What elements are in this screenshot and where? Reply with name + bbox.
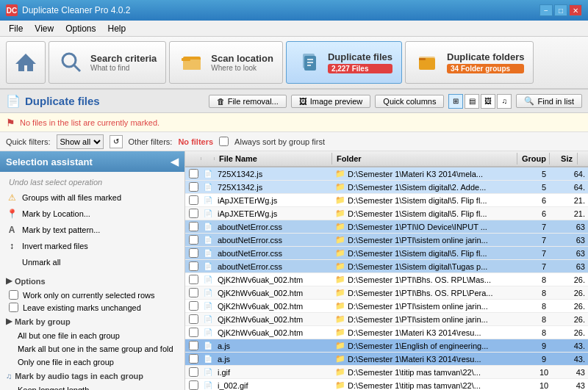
folder-icon: 📁 <box>335 341 345 350</box>
folder-icon: 📁 <box>335 380 345 390</box>
file-type-icon: 📄 <box>201 381 215 389</box>
table-row[interactable]: 📄 i_002.gif 📁 D:\Semester 1\titip mas ta… <box>185 379 588 390</box>
scan-location-sub: Where to look <box>211 64 273 72</box>
menu-options[interactable]: Options <box>60 22 101 35</box>
qc-icon-image[interactable]: 🖼 <box>481 94 495 109</box>
row-checkbox-cell <box>185 209 201 218</box>
sidebar-item-longest[interactable]: Keep longest length <box>0 383 184 390</box>
col-header-folder[interactable]: Folder <box>332 153 517 165</box>
table-row[interactable]: 📄 iApJXETErWg.js 📁 D:\Semester 1\Sistem … <box>185 194 588 207</box>
table-row[interactable]: 📄 aboutNetError.css 📁 D:\Semester 1\Sist… <box>185 260 588 273</box>
size-cell: 64. <box>560 183 588 192</box>
sidebar-item-mark-location[interactable]: 📍 Mark by Location... <box>0 206 184 222</box>
col-header-name[interactable]: File Name <box>215 153 332 165</box>
row-checkbox[interactable] <box>189 354 198 364</box>
close-button[interactable]: ✕ <box>569 4 582 16</box>
folder-cell: 📁 D:\Semester 1\English of engineering..… <box>332 341 528 350</box>
col-header-group[interactable]: Group <box>517 153 550 165</box>
row-checkbox[interactable] <box>189 301 198 311</box>
table-row[interactable]: 📄 725X1342.js 📁 D:\Semester 1\Sistem dig… <box>185 181 588 194</box>
sidebar-item-unmark-all[interactable]: Unmark all <box>0 254 184 270</box>
file-removal-button[interactable]: 🗑 File removal... <box>209 95 287 108</box>
row-checkbox[interactable] <box>189 328 198 337</box>
sidebar-item-only-one[interactable]: Only one file in each group <box>0 355 184 369</box>
sidebar-item-mark-text[interactable]: A Mark by text pattern... <box>0 222 184 238</box>
qc-icon-grid[interactable]: ⊞ <box>448 94 463 109</box>
existing-marks-checkbox[interactable] <box>9 303 18 312</box>
group-cell: 8 <box>528 289 560 297</box>
selected-rows-checkbox[interactable] <box>9 290 18 300</box>
table-row[interactable]: 📄 QjK2hWv6uak_002.htm 📁 D:\Semester 1\Ma… <box>185 326 588 339</box>
table-row[interactable]: 📄 QjK2hWv6uak_002.htm 📁 D:\Semester 1\PT… <box>185 300 588 313</box>
row-checkbox[interactable] <box>189 195 198 205</box>
sidebar-item-invert[interactable]: ↕ Invert marked files <box>0 238 184 254</box>
sidebar-checkbox-existing-marks[interactable]: Leave existing marks unchanged <box>0 301 184 314</box>
sidebar-checkbox-selected-rows[interactable]: Work only on currently selected rows <box>0 289 184 301</box>
folder-icon: 📁 <box>335 288 345 297</box>
table-row[interactable]: 📄 aboutNetError.css 📁 D:\Semester 1\PTI\… <box>185 234 588 247</box>
table-row[interactable]: 📄 725X1342.js 📁 D:\Semester 1\Materi K3 … <box>185 167 588 181</box>
col-header-size[interactable]: Siz <box>550 153 578 165</box>
toolbar-duplicate-folders[interactable]: Duplicate folders 34 Folder groups <box>405 41 534 84</box>
file-name-cell: iApJXETErWg.js <box>215 209 332 218</box>
row-checkbox[interactable] <box>189 341 198 350</box>
menu-file[interactable]: File <box>3 22 29 35</box>
filter-refresh-button[interactable]: ↺ <box>110 135 123 148</box>
file-type-icon: 📄 <box>201 368 215 376</box>
folder-icon: 📁 <box>335 314 345 324</box>
row-checkbox[interactable] <box>189 367 198 377</box>
table-row[interactable]: 📄 QjK2hWv6uak_002.htm 📁 D:\Semester 1\PT… <box>185 273 588 286</box>
folder-cell: 📁 D:\Semester 1\titip mas tamvan\22\... <box>332 380 528 390</box>
table-row[interactable]: 📄 a.js 📁 D:\Semester 1\English of engine… <box>185 339 588 353</box>
qc-icon-audio[interactable]: ♫ <box>497 94 512 109</box>
text-icon: A <box>6 224 18 236</box>
sidebar-item-all-but-one-fold[interactable]: Mark all but one in the same group and f… <box>0 342 184 355</box>
sidebar-item-all-but-one[interactable]: All but one file in each group <box>0 329 184 342</box>
group-cell: 8 <box>528 275 560 284</box>
table-row[interactable]: 📄 QjK2hWv6uak_002.htm 📁 D:\Semester 1\PT… <box>185 313 588 326</box>
row-checkbox[interactable] <box>189 288 198 297</box>
find-in-list-button[interactable]: 🔍 Find in list <box>516 94 582 108</box>
menu-help[interactable]: Help <box>102 22 132 35</box>
toolbar-home[interactable] <box>6 41 46 84</box>
row-checkbox[interactable] <box>189 182 198 192</box>
sidebar-collapse-button[interactable]: ◀ <box>171 156 179 167</box>
minimize-button[interactable]: − <box>539 4 553 16</box>
sidebar-section-main: Undo last select operation ⚠ Groups with… <box>0 172 184 273</box>
table-row[interactable]: 📄 a.js 📁 D:\Semester 1\Materi K3 2014\re… <box>185 353 588 366</box>
row-checkbox[interactable] <box>189 261 198 271</box>
group-cell: 9 <box>528 342 560 350</box>
row-checkbox[interactable] <box>189 314 198 324</box>
table-row[interactable]: 📄 QjK2hWv6uak_002.htm 📁 D:\Semester 1\PT… <box>185 286 588 300</box>
row-checkbox[interactable] <box>189 222 198 231</box>
sidebar-item-groups-all[interactable]: ⚠ Groups with all files marked <box>0 189 184 206</box>
file-type-icon: 📄 <box>201 170 215 178</box>
file-type-icon: 📄 <box>201 209 215 217</box>
row-checkbox-cell <box>185 169 201 178</box>
row-checkbox[interactable] <box>189 169 198 178</box>
quick-filters-select[interactable]: Show all <box>57 134 104 149</box>
table-row[interactable]: 📄 iApJXETErWg.js 📁 D:\Semester 1\Sistem … <box>185 207 588 220</box>
row-checkbox[interactable] <box>189 380 198 390</box>
table-row[interactable]: 📄 aboutNetError.css 📁 D:\Semester 1\Sist… <box>185 247 588 260</box>
menu-view[interactable]: View <box>29 22 60 35</box>
image-preview-button[interactable]: 🖼 Image preview <box>291 95 371 108</box>
toolbar-duplicate-files[interactable]: Duplicate files 2,227 Files <box>286 41 402 84</box>
toolbar-scan-location[interactable]: Scan location Where to look <box>169 41 283 84</box>
table-row[interactable]: 📄 i.gif 📁 D:\Semester 1\titip mas tamvan… <box>185 366 588 379</box>
toolbar-search-criteria[interactable]: Search criteria What to find <box>49 41 166 84</box>
size-cell: 21. <box>560 196 588 205</box>
always-sort-checkbox[interactable] <box>219 137 229 146</box>
row-checkbox[interactable] <box>189 275 198 284</box>
row-checkbox[interactable] <box>189 235 198 245</box>
row-checkbox[interactable] <box>189 209 198 218</box>
group-cell: 6 <box>528 209 560 218</box>
svg-rect-4 <box>183 59 201 70</box>
qc-icon-list[interactable]: ▤ <box>465 94 479 109</box>
maximize-button[interactable]: □ <box>554 4 567 16</box>
file-type-icon: 📄 <box>201 315 215 323</box>
quick-columns-button[interactable]: Quick columns <box>375 95 444 108</box>
table-row[interactable]: 📄 aboutNetError.css 📁 D:\Semester 1\PTI\… <box>185 220 588 234</box>
row-checkbox-cell <box>185 261 201 271</box>
row-checkbox[interactable] <box>189 248 198 258</box>
